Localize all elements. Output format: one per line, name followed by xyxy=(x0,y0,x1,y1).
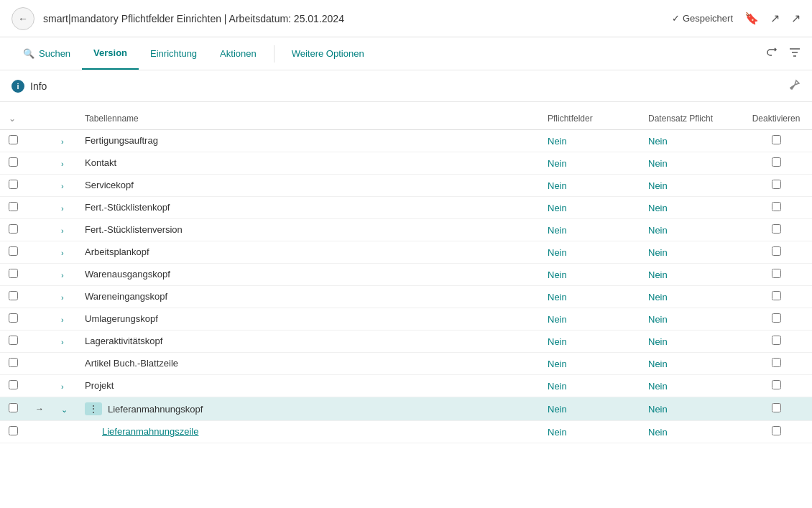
row-pflichtfelder: Nein xyxy=(539,331,640,353)
table-header-row: ⌄ Tabellenname Pflichtfelder Datensatz P… xyxy=(0,108,812,130)
row-expand-cell[interactable]: › xyxy=(52,175,76,197)
row-current-indicator xyxy=(27,308,52,331)
row-checkbox[interactable] xyxy=(9,403,18,412)
row-deaktivieren xyxy=(740,264,812,286)
bookmark-icon[interactable]: 🔖 xyxy=(744,11,759,25)
row-name-text[interactable]: Lieferanmahnungszeile xyxy=(85,426,198,437)
row-checkbox[interactable] xyxy=(9,336,18,345)
row-expand-cell[interactable]: › xyxy=(52,331,76,353)
toolbar-item-weitere[interactable]: Weitere Optionen xyxy=(280,37,376,70)
deactivate-checkbox[interactable] xyxy=(772,380,781,389)
expand-icon[interactable]: › xyxy=(61,160,64,168)
expand-icon[interactable]: › xyxy=(61,182,64,190)
deactivate-checkbox[interactable] xyxy=(772,224,781,234)
row-expand-cell[interactable]: › xyxy=(52,308,76,331)
row-context-menu-btn[interactable]: ⋮ xyxy=(85,402,102,415)
deactivate-checkbox[interactable] xyxy=(772,358,781,367)
row-check-cell xyxy=(0,175,27,197)
row-check-cell xyxy=(0,264,27,286)
fullscreen-icon[interactable]: ↗ xyxy=(791,11,801,25)
row-deaktivieren xyxy=(740,175,812,197)
row-checkbox[interactable] xyxy=(9,135,18,144)
row-expand-cell[interactable]: › xyxy=(52,264,76,286)
row-expand-cell[interactable]: › xyxy=(52,152,76,175)
row-datensatz: Nein xyxy=(640,241,740,264)
row-checkbox[interactable] xyxy=(9,157,18,167)
table-row: →⌄⋮LieferanmahnungskopfNeinNein xyxy=(0,397,812,421)
filter-icon[interactable] xyxy=(789,47,801,60)
row-checkbox[interactable] xyxy=(9,313,18,323)
collapse-icon[interactable]: ⌄ xyxy=(61,405,68,414)
col-header-deaktivieren: Deaktivieren xyxy=(740,108,812,130)
row-checkbox[interactable] xyxy=(9,224,18,234)
row-pflichtfelder: Nein xyxy=(539,152,640,175)
share-icon[interactable] xyxy=(766,47,778,60)
row-datensatz: Nein xyxy=(640,152,740,175)
deactivate-checkbox[interactable] xyxy=(772,291,781,300)
toolbar-item-suchen[interactable]: 🔍 Suchen xyxy=(11,37,82,70)
expand-icon[interactable]: › xyxy=(61,204,64,213)
row-name-text: Fert.-Stücklistenversion xyxy=(85,224,183,235)
row-name-text: Arbeitsplankopf xyxy=(85,246,149,257)
deactivate-checkbox[interactable] xyxy=(772,313,781,323)
deactivate-checkbox[interactable] xyxy=(772,202,781,211)
row-check-cell xyxy=(0,353,27,375)
deactivate-checkbox[interactable] xyxy=(772,135,781,144)
row-current-indicator xyxy=(27,375,52,397)
row-check-cell xyxy=(0,375,27,397)
expand-icon[interactable]: › xyxy=(61,338,64,346)
table-row: ›FertigungsauftragNeinNein xyxy=(0,130,812,152)
export-icon[interactable]: ↗ xyxy=(770,11,780,25)
deactivate-checkbox[interactable] xyxy=(772,336,781,345)
deactivate-checkbox[interactable] xyxy=(772,180,781,189)
row-name-cell: Arbeitsplankopf xyxy=(76,241,539,262)
search-icon: 🔍 xyxy=(23,48,34,59)
col-header-pflichtfelder: Pflichtfelder xyxy=(539,108,640,130)
expand-icon[interactable]: › xyxy=(61,382,64,391)
row-expand-cell[interactable]: › xyxy=(52,197,76,219)
toolbar-separator xyxy=(274,45,274,63)
row-pflichtfelder: Nein xyxy=(539,264,640,286)
row-pflichtfelder: Nein xyxy=(539,130,640,152)
row-checkbox[interactable] xyxy=(9,202,18,211)
row-expand-cell[interactable]: › xyxy=(52,241,76,264)
expand-icon[interactable]: › xyxy=(61,137,64,146)
row-checkbox[interactable] xyxy=(9,358,18,367)
row-checkbox[interactable] xyxy=(9,269,18,278)
toolbar-item-aktionen[interactable]: Aktionen xyxy=(208,37,268,70)
toolbar-item-version[interactable]: Version xyxy=(82,37,139,70)
row-current-indicator xyxy=(27,353,52,375)
deactivate-checkbox[interactable] xyxy=(772,269,781,278)
row-checkbox[interactable] xyxy=(9,246,18,256)
expand-icon[interactable]: › xyxy=(61,271,64,280)
back-button[interactable]: ← xyxy=(11,7,34,30)
toolbar-item-einrichtung[interactable]: Einrichtung xyxy=(139,37,208,70)
deactivate-checkbox[interactable] xyxy=(772,403,781,412)
table-row: ›ArbeitsplankopfNeinNein xyxy=(0,241,812,264)
row-checkbox[interactable] xyxy=(9,426,18,435)
row-pflichtfelder: Nein xyxy=(539,421,640,443)
row-deaktivieren xyxy=(740,331,812,353)
row-check-cell xyxy=(0,241,27,264)
expand-icon[interactable]: › xyxy=(61,315,64,324)
row-checkbox[interactable] xyxy=(9,380,18,389)
expand-icon[interactable]: › xyxy=(61,226,64,235)
expand-icon[interactable]: › xyxy=(61,293,64,302)
row-deaktivieren xyxy=(740,397,812,421)
row-deaktivieren xyxy=(740,286,812,308)
row-expand-cell[interactable]: › xyxy=(52,286,76,308)
row-expand-cell[interactable]: › xyxy=(52,219,76,241)
collapse-all-icon[interactable]: ⌄ xyxy=(9,114,16,124)
deactivate-checkbox[interactable] xyxy=(772,246,781,256)
expand-icon[interactable]: › xyxy=(61,249,64,257)
row-checkbox[interactable] xyxy=(9,180,18,189)
deactivate-checkbox[interactable] xyxy=(772,157,781,167)
row-expand-cell[interactable]: › xyxy=(52,375,76,397)
row-expand-cell[interactable]: › xyxy=(52,130,76,152)
deactivate-checkbox[interactable] xyxy=(772,426,781,435)
pin-icon[interactable] xyxy=(789,79,801,93)
row-name-cell: Servicekopf xyxy=(76,175,539,195)
row-expand-cell[interactable]: ⌄ xyxy=(52,397,76,421)
row-checkbox[interactable] xyxy=(9,291,18,300)
row-current-indicator xyxy=(27,241,52,264)
